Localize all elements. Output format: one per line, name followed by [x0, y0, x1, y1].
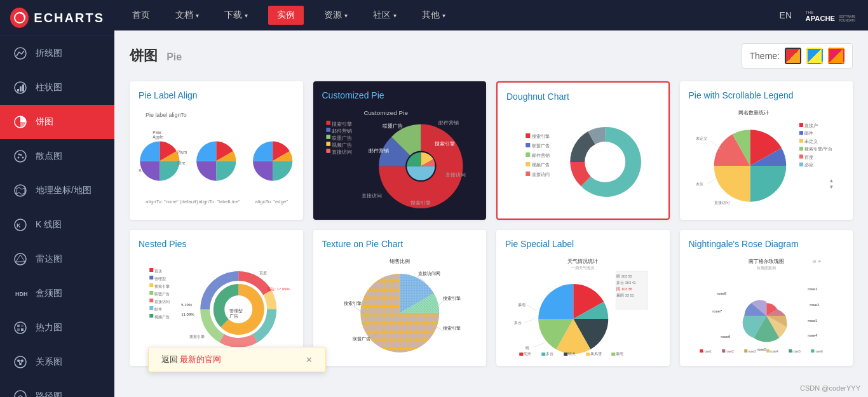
topbar-download[interactable]: 下载▾ [219, 7, 253, 24]
chart-preview-scrollable-legend: 网名数量统计 直接户 邮件 未定义 搜索引擎/平台 百度 必应 [689, 107, 844, 208]
chart-card-nested-pies[interactable]: Nested Pies 直达 管理型 搜索引擎 联盟广告 直接访问 [130, 230, 303, 366]
svg-rect-169 [700, 349, 703, 353]
svg-text:APACHE: APACHE [806, 15, 836, 22]
content-area: 饼图 Pie Theme: Pie Label Align Pie label … [114, 30, 868, 397]
svg-rect-73 [526, 172, 530, 176]
svg-rect-152 [564, 353, 567, 356]
chart-card-scrollable-legend[interactable]: Pie with Scrollable Legend 网名数量统计 直接户 邮件… [680, 81, 853, 220]
svg-text:阴 103 38: 阴 103 38 [616, 287, 632, 291]
sidebar-item-line[interactable]: 折线图 [0, 36, 114, 71]
chart-card-pie-label-align[interactable]: Pie Label Align Pie label alignTo [130, 81, 303, 220]
svg-text:rose5: rose5 [792, 349, 801, 353]
toast-link[interactable]: 最新的官网 [180, 354, 221, 364]
svg-rect-102 [149, 291, 153, 295]
sidebar-label-line: 折线图 [36, 48, 62, 59]
svg-text:搜索引擎: 搜索引擎 [154, 285, 170, 288]
svg-text:视频广告: 视频广告 [532, 163, 550, 168]
svg-text:rose3: rose3 [748, 349, 756, 353]
svg-text:未定义: 未定义 [804, 138, 818, 144]
svg-text:搜索引擎: 搜索引擎 [443, 325, 461, 331]
chart-card-customized-pie[interactable]: Customized Pie Customized Pie 搜索引擎 邮件营销 … [313, 81, 487, 220]
chart-card-nightingale[interactable]: Nightingale's Rose Diagram 南丁格尔玫瑰图 玫瑰图案例… [680, 230, 853, 366]
topbar-examples[interactable]: 实例 [268, 6, 304, 25]
sidebar-item-bar[interactable]: 柱状图 [0, 71, 114, 105]
svg-text:rose8: rose8 [717, 292, 727, 295]
sidebar-item-heatmap[interactable]: 热力图 [0, 311, 114, 345]
svg-text:联盟广告: 联盟广告 [332, 135, 352, 141]
bar-chart-icon [11, 79, 29, 97]
chart-preview-pie-label-align: Pie label alignTo Apple Pear Plum [139, 107, 294, 208]
chart-card-texture-pie[interactable]: Texture on Pie Chart 销售比例 [313, 230, 487, 366]
svg-text:直接访问: 直接访问 [714, 200, 729, 205]
svg-text:搜索引擎: 搜索引擎 [332, 121, 352, 127]
svg-text:搜索引擎: 搜索引擎 [443, 295, 461, 301]
toast-close-button[interactable]: ✕ [306, 355, 313, 365]
sidebar-item-scatter[interactable]: 散点图 [0, 139, 114, 173]
svg-text:rose4: rose4 [770, 349, 778, 353]
heatmap-chart-icon [11, 319, 29, 337]
sidebar-label-bar: 柱状图 [36, 82, 62, 93]
svg-text:Stre..: Stre.. [177, 161, 187, 165]
topbar-docs[interactable]: 文档▾ [170, 7, 204, 24]
svg-text:Plum: Plum [177, 150, 187, 154]
svg-text:rose5: rose5 [757, 347, 767, 351]
svg-text:必应: 必应 [804, 162, 813, 168]
svg-text:直达: 直达 [154, 269, 162, 273]
svg-text:直接访问: 直接访问 [532, 172, 550, 177]
theme-btn-blue[interactable] [806, 48, 823, 64]
topbar-home[interactable]: 首页 [127, 7, 155, 24]
topbar: 首页 文档▾ 下载▾ 实例 资源▾ 社区▾ 其他▾ EN THE APACHE … [114, 0, 868, 30]
map-chart-icon [11, 182, 29, 199]
svg-rect-69 [526, 152, 530, 157]
svg-text:多云 303 41: 多云 303 41 [616, 281, 635, 285]
svg-text:未定义: 未定义 [695, 136, 707, 140]
sidebar-navigation: 折线图 柱状图 饼图 [0, 36, 114, 397]
svg-rect-81 [799, 139, 803, 143]
svg-text:一周天气情况: 一周天气情况 [571, 266, 594, 270]
topbar-community[interactable]: 社区▾ [368, 7, 402, 24]
svg-text:搜索引擎: 搜索引擎 [344, 300, 362, 306]
svg-text:百度: 百度 [804, 154, 813, 160]
line-chart-icon [11, 44, 29, 62]
chart-title-scrollable-legend: Pie with Scrollable Legend [689, 90, 844, 100]
svg-text:晴: 晴 [526, 346, 529, 350]
topbar-other[interactable]: 其他▾ [417, 7, 451, 24]
svg-point-7 [15, 151, 26, 162]
svg-rect-3 [17, 89, 19, 91]
sidebar-item-graph[interactable]: 关系图 [0, 345, 114, 379]
svg-text:直达: 17.09%: 直达: 17.09% [267, 287, 290, 291]
candlestick-chart-icon: K [11, 216, 29, 234]
svg-text:晴天: 晴天 [568, 352, 576, 356]
svg-rect-179 [811, 349, 814, 353]
radar-chart-icon [11, 250, 29, 268]
svg-line-92 [707, 177, 717, 184]
sidebar-label-boxplot: 盒须图 [36, 288, 62, 299]
chart-title-customized-pie: Customized Pie [322, 90, 478, 100]
sidebar-item-pie[interactable]: 饼图 [0, 105, 114, 139]
svg-text:邮件营销: 邮件营销 [438, 120, 458, 126]
svg-rect-177 [789, 349, 792, 353]
sidebar-item-kline[interactable]: K K 线图 [0, 208, 114, 242]
svg-text:搜索引擎: 搜索引擎 [532, 134, 550, 139]
svg-text:百度: 百度 [259, 271, 267, 275]
chart-card-doughnut[interactable]: Doughnut Chart 搜索引擎 联盟广告 邮件营销 视频广告 直接访问 [496, 81, 670, 220]
sidebar-item-path[interactable]: 路径图 [0, 379, 114, 397]
sidebar-item-map[interactable]: 地理坐标/地图 [0, 173, 114, 208]
sidebar: ECHARTS 折线图 柱状图 [0, 0, 114, 397]
watermark: CSDN @coderYYY [800, 384, 860, 392]
sidebar-item-boxplot[interactable]: HDH 盒须图 [0, 276, 114, 311]
svg-rect-106 [149, 306, 153, 310]
sidebar-item-radar[interactable]: 雷达图 [0, 242, 114, 276]
lang-switch[interactable]: EN [780, 10, 792, 20]
svg-marker-16 [16, 255, 25, 262]
chart-card-pie-special-label[interactable]: Pie Special Label 天气情况统计 一周天气情况 晴 303 55… [496, 230, 670, 366]
svg-text:销售比例: 销售比例 [389, 259, 410, 264]
svg-text:SOFTWARE: SOFTWARE [839, 15, 855, 18]
topbar-resources[interactable]: 资源▾ [319, 7, 353, 24]
theme-btn-pink[interactable] [828, 48, 844, 64]
svg-line-129 [436, 326, 442, 330]
svg-rect-20 [21, 325, 24, 327]
theme-btn-red[interactable] [785, 48, 801, 64]
svg-rect-108 [149, 314, 153, 318]
theme-selector: Theme: [742, 43, 853, 69]
